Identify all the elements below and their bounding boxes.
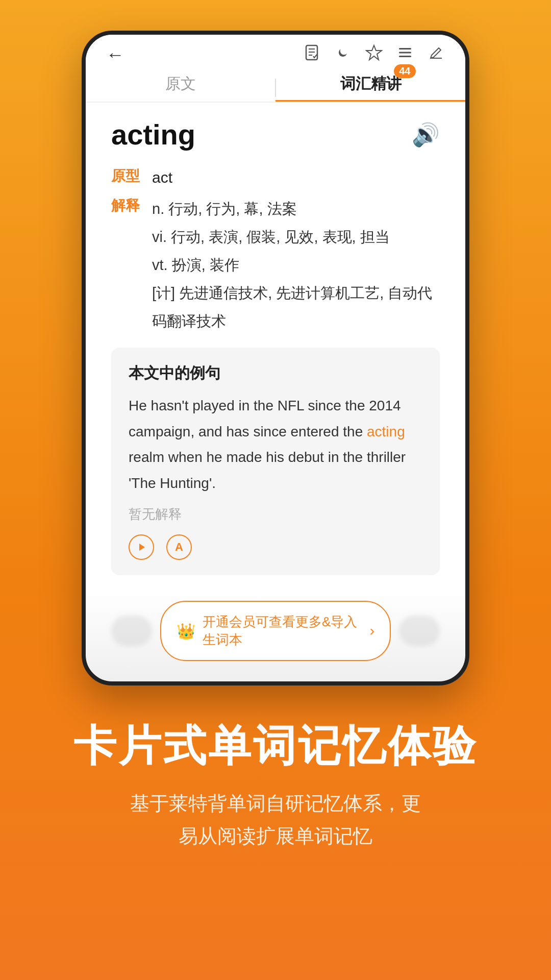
night-mode-icon[interactable]: [335, 44, 351, 65]
tab-underline: [276, 100, 465, 102]
no-explanation: 暂无解释: [129, 505, 422, 523]
svg-marker-4: [366, 45, 382, 60]
play-example-icon[interactable]: [129, 534, 154, 560]
menu-icon[interactable]: [397, 44, 413, 65]
definition-row: 解释 n. 行动, 行为, 幕, 法案 vi. 行动, 表演, 假装, 见效, …: [111, 195, 440, 335]
tab-bar: 原文 词汇精讲 44: [86, 65, 465, 103]
crown-icon: 👑: [177, 622, 195, 640]
back-button[interactable]: ←: [106, 44, 124, 65]
svg-rect-5: [399, 48, 411, 50]
phone-mockup: ←: [82, 31, 469, 685]
word-content: acting 🔊 原型 act 解释 n. 行动, 行为, 幕, 法案 vi. …: [86, 103, 465, 591]
prototype-row: 原型 act: [111, 165, 440, 190]
tagline-section: 卡片式单词记忆体验 基于莱特背单词自研记忆体系，更易从阅读扩展单词记忆: [0, 685, 551, 894]
bookmark-icon[interactable]: [303, 44, 320, 65]
definition-label: 解释: [111, 195, 152, 215]
svg-marker-9: [139, 544, 145, 551]
example-before: He hasn't played in the NFL since the 20…: [129, 398, 401, 439]
blur-left: [111, 616, 152, 646]
example-highlight: acting: [367, 424, 405, 439]
def-line-2: vi. 行动, 表演, 假装, 见效, 表现, 担当: [152, 223, 440, 251]
prototype-value: act: [152, 165, 440, 190]
tab-vocab[interactable]: 词汇精讲 44: [276, 74, 465, 102]
example-icons: A: [129, 534, 422, 560]
cta-arrow: ›: [370, 623, 374, 639]
cta-button[interactable]: 👑 开通会员可查看更多&导入生词本 ›: [160, 601, 391, 661]
def-line-1: n. 行动, 行为, 幕, 法案: [152, 195, 440, 223]
prototype-label: 原型: [111, 165, 152, 186]
vocab-badge: 44: [394, 64, 415, 78]
word-title: acting: [111, 118, 195, 151]
example-after: realm when he made his debut in the thri…: [129, 449, 406, 491]
top-bar: ←: [86, 35, 465, 65]
svg-rect-6: [399, 52, 411, 54]
example-box: 本文中的例句 He hasn't played in the NFL since…: [111, 348, 440, 575]
bottom-cta-area: 👑 开通会员可查看更多&导入生词本 ›: [86, 591, 465, 681]
def-line-3: vt. 扮演, 装作: [152, 251, 440, 279]
cta-label: 开通会员可查看更多&导入生词本: [203, 613, 363, 649]
example-text: He hasn't played in the NFL since the 20…: [129, 393, 422, 496]
def-line-4: [计] 先进通信技术, 先进计算机工艺, 自动代码翻译技术: [152, 279, 440, 335]
tab-vocab-label: 词汇精讲 44: [340, 74, 402, 94]
tagline-sub: 基于莱特背单词自研记忆体系，更易从阅读扩展单词记忆: [31, 787, 520, 853]
toolbar-icons: [303, 44, 445, 65]
tagline-main: 卡片式单词记忆体验: [31, 721, 520, 771]
translate-icon[interactable]: A: [166, 534, 192, 560]
example-title: 本文中的例句: [129, 363, 422, 384]
speaker-icon[interactable]: 🔊: [412, 121, 440, 148]
edit-icon[interactable]: [428, 44, 445, 65]
blur-right: [399, 616, 440, 646]
definition-meanings: n. 行动, 行为, 幕, 法案 vi. 行动, 表演, 假装, 见效, 表现,…: [152, 195, 440, 335]
svg-rect-7: [399, 56, 411, 57]
tab-original[interactable]: 原文: [86, 74, 275, 102]
word-header: acting 🔊: [111, 118, 440, 151]
star-icon[interactable]: [365, 44, 383, 65]
